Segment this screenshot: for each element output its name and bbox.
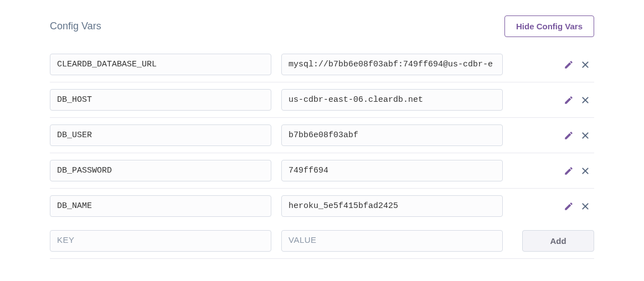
pencil-icon[interactable] bbox=[563, 130, 574, 141]
config-var-value-input[interactable] bbox=[281, 89, 503, 111]
pencil-icon[interactable] bbox=[563, 59, 574, 70]
close-icon[interactable] bbox=[580, 130, 591, 141]
config-var-value-input[interactable] bbox=[281, 195, 503, 217]
close-icon[interactable] bbox=[580, 59, 591, 70]
add-button[interactable]: Add bbox=[522, 230, 594, 252]
config-var-row bbox=[50, 189, 594, 223]
config-var-row bbox=[50, 118, 594, 153]
config-var-row bbox=[50, 47, 594, 82]
config-var-value-input[interactable] bbox=[281, 160, 503, 181]
config-var-key-input[interactable] bbox=[50, 160, 271, 181]
config-var-key-input[interactable] bbox=[50, 124, 271, 146]
new-value-input[interactable] bbox=[281, 230, 503, 252]
config-var-key-input[interactable] bbox=[50, 54, 271, 75]
config-vars-header: Config Vars Hide Config Vars bbox=[50, 15, 594, 37]
page-title: Config Vars bbox=[50, 20, 101, 32]
close-icon[interactable] bbox=[580, 165, 591, 176]
add-config-var-row: Add bbox=[50, 223, 594, 259]
close-icon[interactable] bbox=[580, 95, 591, 106]
new-key-input[interactable] bbox=[50, 230, 271, 252]
config-var-key-input[interactable] bbox=[50, 195, 271, 217]
row-actions bbox=[513, 201, 594, 212]
config-var-value-input[interactable] bbox=[281, 124, 503, 146]
row-actions bbox=[513, 130, 594, 141]
pencil-icon[interactable] bbox=[563, 95, 574, 106]
pencil-icon[interactable] bbox=[563, 201, 574, 212]
config-var-row bbox=[50, 82, 594, 118]
config-var-key-input[interactable] bbox=[50, 89, 271, 111]
config-var-row bbox=[50, 153, 594, 189]
row-actions bbox=[513, 165, 594, 176]
pencil-icon[interactable] bbox=[563, 165, 574, 176]
hide-config-vars-button[interactable]: Hide Config Vars bbox=[504, 15, 594, 37]
row-actions bbox=[513, 95, 594, 106]
row-actions bbox=[513, 59, 594, 70]
config-var-value-input[interactable] bbox=[281, 54, 503, 75]
close-icon[interactable] bbox=[580, 201, 591, 212]
